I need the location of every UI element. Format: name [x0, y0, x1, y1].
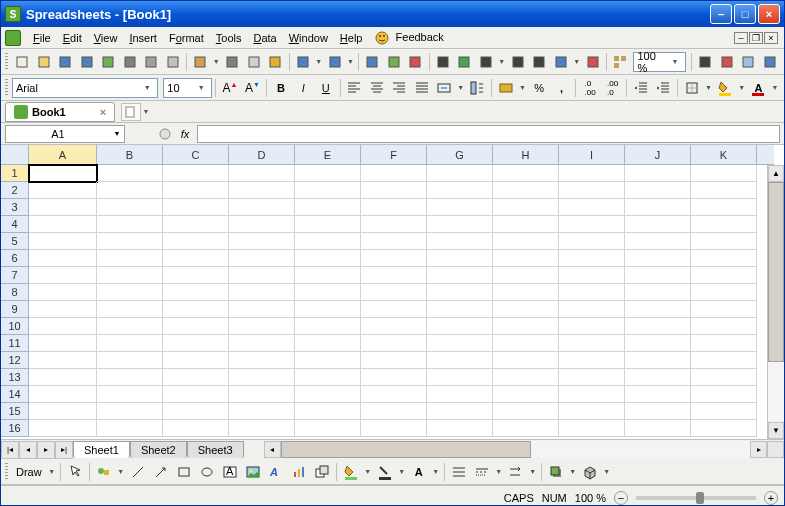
- font-color-button[interactable]: A: [748, 77, 769, 99]
- cell[interactable]: [29, 165, 97, 182]
- bold-button[interactable]: B: [270, 77, 291, 99]
- cell[interactable]: [427, 165, 493, 182]
- cell[interactable]: [163, 403, 229, 420]
- cell[interactable]: [625, 386, 691, 403]
- column-header[interactable]: J: [625, 145, 691, 165]
- new-document-button[interactable]: [121, 103, 141, 121]
- cell[interactable]: [29, 216, 97, 233]
- column-header[interactable]: E: [295, 145, 361, 165]
- rectangle-button[interactable]: [173, 461, 195, 483]
- cell[interactable]: [493, 403, 559, 420]
- sortza-button[interactable]: [529, 51, 550, 73]
- cell[interactable]: [29, 233, 97, 250]
- sheet-tab[interactable]: Sheet3: [187, 441, 244, 458]
- shadow-button[interactable]: [545, 461, 567, 483]
- percent-button[interactable]: %: [528, 77, 549, 99]
- binoc-button[interactable]: [695, 51, 716, 73]
- row-header[interactable]: 5: [1, 233, 29, 250]
- save-button[interactable]: [55, 51, 76, 73]
- align-left-button[interactable]: [344, 77, 365, 99]
- select-object-button[interactable]: [64, 461, 86, 483]
- preview-button[interactable]: [141, 51, 162, 73]
- zoom-combo[interactable]: 100 %▼: [633, 52, 686, 72]
- decrease-font-button[interactable]: A▼: [242, 77, 263, 99]
- cell[interactable]: [625, 420, 691, 437]
- paste-button[interactable]: [190, 51, 211, 73]
- fmtpaint-button[interactable]: [265, 51, 286, 73]
- cell[interactable]: [361, 403, 427, 420]
- cell[interactable]: [97, 165, 163, 182]
- textbox-button[interactable]: A: [219, 461, 241, 483]
- row-header[interactable]: 12: [1, 352, 29, 369]
- chevron-down-icon[interactable]: ▼: [568, 468, 578, 475]
- cell[interactable]: [29, 250, 97, 267]
- row-header[interactable]: 2: [1, 182, 29, 199]
- oval-button[interactable]: [196, 461, 218, 483]
- cell[interactable]: [361, 216, 427, 233]
- italic-button[interactable]: I: [293, 77, 314, 99]
- cell[interactable]: [163, 420, 229, 437]
- 3d-button[interactable]: [579, 461, 601, 483]
- cell[interactable]: [97, 199, 163, 216]
- first-sheet-button[interactable]: |◂: [1, 441, 19, 459]
- cell[interactable]: [163, 233, 229, 250]
- cell[interactable]: [361, 386, 427, 403]
- chevron-down-icon[interactable]: ▼: [314, 58, 323, 65]
- cell[interactable]: [361, 301, 427, 318]
- cell[interactable]: [559, 165, 625, 182]
- zoom-out-button[interactable]: −: [614, 491, 628, 505]
- column-header[interactable]: B: [97, 145, 163, 165]
- cell[interactable]: [97, 233, 163, 250]
- chevron-down-icon[interactable]: ▼: [518, 84, 528, 91]
- menu-insert[interactable]: Insert: [123, 30, 163, 46]
- currency-button[interactable]: [495, 77, 516, 99]
- cell[interactable]: [427, 182, 493, 199]
- cell[interactable]: [295, 216, 361, 233]
- sum-button[interactable]: [476, 51, 497, 73]
- undo-button[interactable]: [292, 51, 313, 73]
- cell[interactable]: [295, 250, 361, 267]
- cell[interactable]: [559, 199, 625, 216]
- row-header[interactable]: 4: [1, 216, 29, 233]
- maximize-button[interactable]: □: [734, 4, 756, 24]
- cell[interactable]: [29, 369, 97, 386]
- cell[interactable]: [97, 267, 163, 284]
- menu-file[interactable]: File: [27, 30, 57, 46]
- row-header[interactable]: 16: [1, 420, 29, 437]
- chevron-down-icon[interactable]: ▼: [770, 84, 780, 91]
- cell[interactable]: [163, 352, 229, 369]
- cell[interactable]: [97, 318, 163, 335]
- increase-decimal-button[interactable]: .0.00: [579, 77, 600, 99]
- print-button[interactable]: [120, 51, 141, 73]
- menu-edit[interactable]: Edit: [57, 30, 88, 46]
- cell[interactable]: [691, 165, 757, 182]
- comma-button[interactable]: ,: [551, 77, 572, 99]
- cell[interactable]: [163, 369, 229, 386]
- cell[interactable]: [625, 369, 691, 386]
- cell[interactable]: [229, 267, 295, 284]
- increase-font-button[interactable]: A▲: [219, 77, 240, 99]
- redo-button[interactable]: [324, 51, 345, 73]
- cell[interactable]: [559, 386, 625, 403]
- cell[interactable]: [559, 216, 625, 233]
- formula-input[interactable]: [197, 125, 780, 143]
- cell[interactable]: [97, 420, 163, 437]
- arrow-button[interactable]: [150, 461, 172, 483]
- cell[interactable]: [229, 318, 295, 335]
- cell[interactable]: [427, 318, 493, 335]
- cell[interactable]: [163, 318, 229, 335]
- cell[interactable]: [625, 403, 691, 420]
- cell[interactable]: [295, 318, 361, 335]
- menu-data[interactable]: Data: [247, 30, 282, 46]
- cell[interactable]: [427, 267, 493, 284]
- cell[interactable]: [295, 233, 361, 250]
- cell[interactable]: [163, 267, 229, 284]
- vertical-scrollbar[interactable]: ▲ ▼: [767, 165, 784, 439]
- cell[interactable]: [691, 352, 757, 369]
- send-button[interactable]: [98, 51, 119, 73]
- merge-cells-button[interactable]: [433, 77, 454, 99]
- filter-button[interactable]: [551, 51, 572, 73]
- cell[interactable]: [229, 182, 295, 199]
- cell[interactable]: [29, 301, 97, 318]
- row-header[interactable]: 3: [1, 199, 29, 216]
